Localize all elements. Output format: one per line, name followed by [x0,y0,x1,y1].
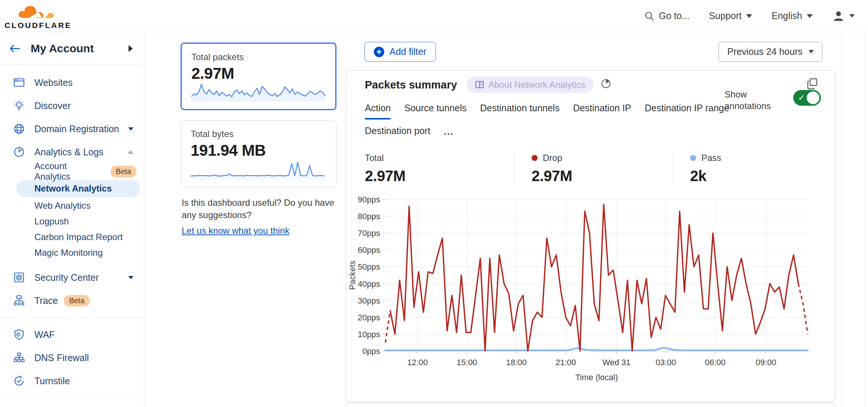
trace-route-icon [13,295,25,306]
expand-copy-icon[interactable] [806,77,819,90]
account-menu[interactable] [832,10,855,22]
support-label: Support [709,10,742,21]
tab-destination-ip[interactable]: Destination IP [573,103,631,114]
user-icon [832,10,845,22]
svg-text:60pps: 60pps [358,245,380,255]
cloudflare-logo[interactable]: CLOUDFLARE [8,2,68,30]
total-bytes-card[interactable]: Total bytes 191.94 MB [181,120,336,187]
sidebar-label: Turnstile [34,376,133,386]
svg-text:15:00: 15:00 [457,358,477,367]
sidebar-label: Domain Registration [34,124,128,134]
chevron-down-icon [809,50,814,53]
add-filter-button[interactable]: + Add filter [364,42,436,62]
stat-pass: Pass2k [672,151,816,184]
sidebar-item-carbon-impact-report[interactable]: Carbon Impact Report [0,229,144,245]
annotations-toggle[interactable]: ✓ [793,90,821,106]
packets-summary-panel: Packets summary About Network Analytics … [346,70,835,402]
about-network-analytics-badge[interactable]: About Network Analytics [467,77,594,93]
drop-legend-dot [532,155,538,161]
stat-value: 2.97M [365,168,514,184]
browser-window-icon [13,77,25,88]
sidebar-label: Magic Monitoring [34,248,103,258]
goto-label: Go to... [659,10,689,21]
goto-search[interactable]: Go to... [644,10,689,21]
sidebar-label: Carbon Impact Report [34,232,123,242]
sidebar-label: Network Analytics [34,183,112,194]
sidebar-item-analytics-logs[interactable]: Analytics & Logs [0,140,144,164]
svg-text:20pps: 20pps [358,313,380,322]
sidebar-item-network-analytics[interactable]: Network Analytics [16,180,140,197]
page-scrollbar[interactable] [865,32,865,407]
sidebar-label: Websites [34,77,133,88]
feedback-link[interactable]: Let us know what you think [182,224,289,237]
tab-destination-ip-range[interactable]: Destination IP range [645,103,729,114]
tab-source-tunnels[interactable]: Source tunnels [404,103,467,114]
sidebar-item-magic-monitoring[interactable]: Magic Monitoring [0,245,144,261]
beta-badge: Beta [111,166,136,177]
sidebar-item-trace[interactable]: Trace Beta [0,289,144,312]
tab-destination-tunnels[interactable]: Destination tunnels [480,103,560,114]
sidebar-label: Discover [34,100,133,111]
globe-icon [13,123,25,134]
svg-text:Wed 31: Wed 31 [602,358,630,367]
sidebar-item-security-center[interactable]: Security Center [0,266,144,289]
chevron-down-icon [746,14,752,18]
sidebar-item-domain-registration[interactable]: Domain Registration [0,117,144,140]
support-menu[interactable]: Support [709,10,752,21]
time-pie-icon[interactable] [601,78,611,88]
sidebar-label: Analytics & Logs [34,147,127,158]
divider [0,398,144,398]
pie-chart-icon [13,146,25,158]
chevron-down-icon [128,276,133,279]
feedback-block: Is this dashboard useful? Do you have an… [182,196,346,237]
security-safe-icon [13,272,25,283]
tab-destination-port[interactable]: Destination port [365,125,430,137]
sidebar-item-discover[interactable]: Discover [0,94,144,117]
svg-text:0pps: 0pps [362,347,380,356]
card-label: Total packets [191,52,326,62]
sidebar-label: Web Analytics [34,201,90,211]
cloudflare-cloud-icon [16,2,61,22]
account-title: My Account [31,42,129,55]
back-arrow-icon[interactable] [9,44,21,53]
chevron-down-icon [849,14,855,18]
sidebar-item-dns-firewall[interactable]: DNS Firewall [0,346,144,369]
total-packets-card[interactable]: Total packets 2.97M [181,43,336,110]
tab-action[interactable]: Action [365,103,391,114]
svg-text:80pps: 80pps [358,212,380,221]
sidebar-item-websites[interactable]: Websites [0,71,144,94]
total-bytes-sparkline [189,156,326,183]
stats-row: Total2.97MDrop2.97MPass2k [346,151,835,184]
svg-text:70pps: 70pps [358,229,380,238]
cloudflare-logo-text: CLOUDFLARE [4,21,72,30]
time-range-dropdown[interactable]: Previous 24 hours [718,42,822,62]
panel-title: Packets summary [365,79,457,91]
packets-line-chart: 0pps10pps20pps30pps40pps50pps60pps70pps8… [346,194,835,386]
sidebar-item-logpush[interactable]: Logpush [0,214,144,229]
pass-legend-dot [690,155,696,161]
sidebar-item-waf[interactable]: WAF [0,323,144,346]
tabs-more-button[interactable]: ... [444,126,454,137]
stat-label: Pass [701,153,721,163]
chevron-right-icon[interactable] [129,45,133,52]
verify-refresh-icon [13,375,25,386]
top-header: CLOUDFLARE Go to... Support English [0,0,868,32]
search-icon [644,11,654,21]
svg-text:09:00: 09:00 [756,358,776,367]
stat-label: Drop [543,153,562,163]
stat-value: 2.97M [532,168,672,184]
stat-total: Total2.97M [365,151,514,184]
chevron-down-icon [807,14,813,18]
svg-text:18:00: 18:00 [506,358,527,367]
language-menu[interactable]: English [772,10,813,21]
sidebar-item-turnstile[interactable]: Turnstile [0,369,144,392]
feedback-text: Is this dashboard useful? Do you have an… [182,198,334,220]
svg-text:30pps: 30pps [358,296,380,305]
sidebar-item-account-analytics[interactable]: Account Analytics Beta [0,164,144,179]
sidebar-item-web-analytics[interactable]: Web Analytics [0,198,144,214]
book-icon [475,81,484,89]
svg-text:50pps: 50pps [358,262,380,271]
sidebar-label: Security Center [34,272,128,283]
sidebar-label: Logpush [34,216,69,227]
sidebar-item-clipped[interactable] [0,403,144,407]
